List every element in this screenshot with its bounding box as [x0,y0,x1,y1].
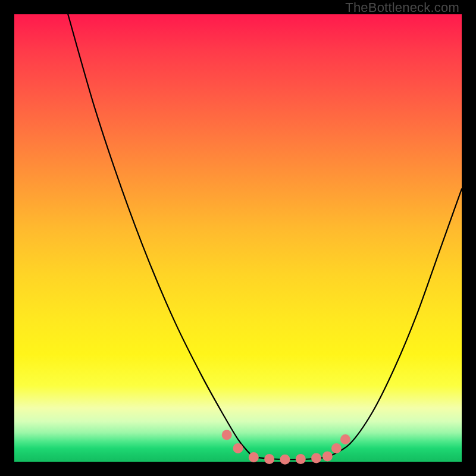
valley-marker [322,451,333,461]
valley-marker [249,452,259,462]
valley-marker [296,454,306,464]
valley-marker [340,434,350,444]
right-curve [327,189,462,457]
valley-marker [280,455,290,465]
valley-marker [222,430,232,440]
valley-marker [233,443,243,453]
chart-frame: TheBottleneck.com [0,0,476,476]
chart-svg [14,14,462,462]
left-curve [68,14,253,457]
watermark-label: TheBottleneck.com [345,0,459,15]
plot-area [14,14,462,462]
valley-marker [311,453,321,463]
valley-marker [264,454,274,464]
valley-markers [222,430,350,464]
valley-marker [331,443,342,453]
